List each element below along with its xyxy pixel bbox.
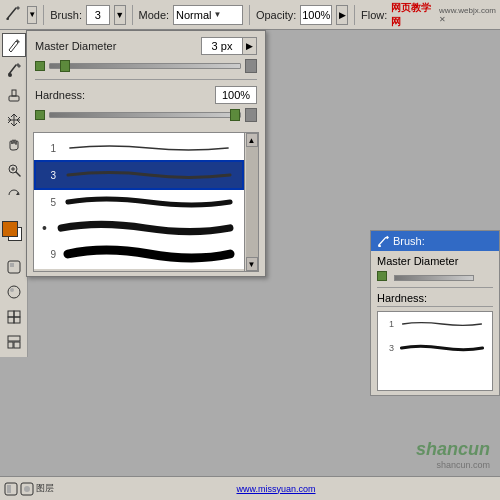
secondary-separator-2: [377, 306, 493, 307]
svg-rect-9: [14, 311, 20, 317]
status-icon-2: [20, 482, 34, 496]
svg-rect-6: [8, 286, 20, 298]
opacity-value: 100%: [302, 9, 330, 21]
brush-list: 1 3 5: [34, 133, 258, 269]
scroll-up-btn[interactable]: ▲: [246, 133, 258, 147]
brush-popup-panel: Master Diameter 3 px ▶ Hardness: 100% ▲: [26, 30, 266, 277]
brush-size-value: 3: [95, 9, 101, 21]
separator-3: [249, 5, 250, 25]
slider-left-icon: [35, 61, 45, 71]
tool-frame2[interactable]: [2, 330, 26, 354]
brush-scrollbar: ▲ ▼: [244, 133, 258, 271]
brush-label: Brush:: [50, 9, 82, 21]
brush-size-box[interactable]: 3: [86, 5, 110, 25]
master-diameter-arrow[interactable]: ▶: [243, 37, 257, 55]
scroll-down-btn[interactable]: ▼: [246, 257, 258, 271]
slider-right-icon: [245, 59, 257, 73]
status-text: 图层: [36, 482, 54, 495]
opacity-arrow[interactable]: ▶: [336, 5, 348, 25]
opacity-box[interactable]: 100%: [300, 5, 332, 25]
svg-rect-1: [9, 96, 19, 101]
tool-pencil[interactable]: [2, 33, 26, 57]
tool-mask[interactable]: [2, 255, 26, 279]
hardness-value[interactable]: 100%: [215, 86, 257, 104]
status-url-1: www.missyuan.com: [236, 484, 315, 494]
opacity-label: Opacity:: [256, 9, 296, 21]
master-diameter-row: Master Diameter 3 px ▶: [27, 31, 265, 57]
hardness-slider-track[interactable]: [49, 112, 241, 118]
fg-color-swatch[interactable]: [2, 221, 18, 237]
brush-item-9[interactable]: 9: [36, 241, 242, 267]
separator-4: [354, 5, 355, 25]
hardness-label: Hardness:: [35, 89, 215, 101]
status-left: 图层: [4, 482, 54, 496]
separator-2: [132, 5, 133, 25]
brush-tool-icon: [4, 4, 22, 25]
secondary-master-diameter-row: Master Diameter: [371, 251, 499, 269]
tool-stamp[interactable]: [2, 83, 26, 107]
secondary-hardness-label: Hardness:: [377, 292, 493, 304]
secondary-brush-preview-1: [397, 317, 487, 331]
svg-rect-17: [7, 485, 11, 493]
brush-item-dot-bullet: •: [42, 220, 47, 236]
svg-rect-10: [8, 317, 14, 323]
status-center: www.missyuan.com: [56, 484, 496, 494]
secondary-slider-icon: [377, 271, 387, 281]
secondary-brush-icon: [377, 235, 389, 247]
secondary-panel: Brush: Master Diameter Hardness: 1 3: [370, 230, 500, 396]
hardness-slider-row: [27, 106, 265, 128]
web-text: 网页教学网: [391, 1, 433, 29]
tool-rotate[interactable]: [2, 183, 26, 207]
secondary-panel-title: Brush:: [393, 235, 425, 247]
secondary-slider-row: [371, 269, 499, 287]
master-diameter-value[interactable]: 3 px: [201, 37, 243, 55]
watermark-text: shancun: [416, 439, 490, 460]
mode-select[interactable]: Normal ▼: [173, 5, 243, 25]
master-diameter-slider-row: [27, 57, 265, 79]
status-icon-1: [4, 482, 18, 496]
web-icon: ✕: [439, 15, 496, 24]
svg-rect-7: [10, 288, 14, 292]
secondary-slider-track[interactable]: [394, 275, 474, 281]
svg-point-19: [24, 486, 30, 492]
brush-item-9-preview: [60, 244, 238, 264]
svg-rect-14: [14, 342, 20, 348]
svg-point-0: [8, 73, 12, 77]
secondary-hardness-row: Hardness:: [371, 288, 499, 306]
secondary-brush-list: 1 3: [377, 311, 493, 391]
tool-mask2[interactable]: [2, 280, 26, 304]
svg-rect-8: [8, 311, 14, 317]
brush-tool-dropdown[interactable]: ▼: [27, 6, 37, 24]
brush-item-1-number: 1: [40, 143, 56, 154]
master-diameter-label: Master Diameter: [35, 40, 201, 52]
tool-frame[interactable]: [2, 305, 26, 329]
secondary-brush-item-3-number: 3: [382, 343, 394, 353]
secondary-brush-item-1[interactable]: 1: [378, 312, 492, 336]
flow-label: Flow:: [361, 9, 387, 21]
svg-rect-11: [14, 317, 20, 323]
brush-size-arrow[interactable]: ▼: [114, 5, 126, 25]
color-swatch-container: [2, 221, 26, 249]
tool-move[interactable]: [2, 108, 26, 132]
mode-value: Normal: [176, 9, 211, 21]
tool-hand[interactable]: [2, 133, 26, 157]
hardness-slider-right-icon: [245, 108, 257, 122]
slider-thumb[interactable]: [60, 60, 70, 72]
svg-rect-12: [8, 336, 20, 341]
secondary-brush-item-3[interactable]: 3: [378, 336, 492, 360]
hardness-slider-left-icon: [35, 110, 45, 120]
tool-zoom[interactable]: [2, 158, 26, 182]
brush-list-container: ▲ ▼ 1 3: [33, 132, 259, 272]
hardness-slider-thumb[interactable]: [230, 109, 240, 121]
secondary-brush-item-1-number: 1: [382, 319, 394, 329]
slider-track[interactable]: [49, 63, 241, 69]
scroll-track[interactable]: [246, 147, 258, 257]
tools-panel: [0, 30, 28, 357]
mode-label: Mode:: [138, 9, 169, 21]
secondary-panel-header: Brush:: [371, 231, 499, 251]
tool-brush[interactable]: [2, 58, 26, 82]
svg-rect-5: [10, 263, 14, 267]
brush-item-9-number: 9: [40, 249, 56, 260]
status-bar: 图层 www.missyuan.com: [0, 476, 500, 500]
hardness-row: Hardness: 100%: [27, 80, 265, 106]
